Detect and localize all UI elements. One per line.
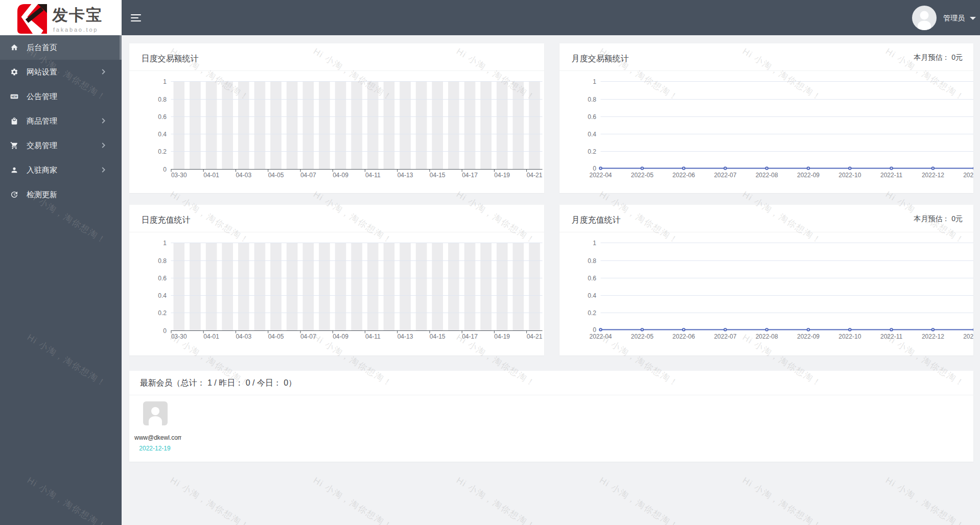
svg-text:0.2: 0.2 [588, 309, 596, 317]
svg-text:04-11: 04-11 [365, 333, 381, 340]
svg-text:04-03: 04-03 [236, 333, 251, 340]
svg-text:03-30: 03-30 [171, 333, 187, 340]
svg-text:04-09: 04-09 [333, 172, 348, 179]
svg-text:04-13: 04-13 [398, 172, 413, 179]
svg-text:0.2: 0.2 [588, 148, 596, 155]
svg-text:04-05: 04-05 [268, 172, 284, 179]
svg-text:2022-12: 2022-12 [922, 333, 944, 340]
svg-text:04-21: 04-21 [527, 172, 543, 179]
svg-text:0.6: 0.6 [158, 275, 167, 282]
svg-text:2022-11: 2022-11 [880, 172, 902, 179]
svg-text:04-19: 04-19 [494, 172, 510, 179]
svg-text:0.4: 0.4 [158, 131, 167, 138]
svg-text:0.4: 0.4 [158, 292, 167, 299]
svg-text:0: 0 [593, 165, 596, 172]
svg-text:2023-01: 2023-01 [963, 333, 973, 340]
svg-text:2022-06: 2022-06 [672, 172, 695, 179]
svg-text:04-11: 04-11 [365, 172, 381, 179]
svg-text:2022-08: 2022-08 [756, 333, 778, 340]
svg-text:0.8: 0.8 [588, 257, 596, 265]
svg-text:0: 0 [163, 327, 167, 335]
svg-text:04-21: 04-21 [527, 333, 543, 340]
svg-text:2022-04: 2022-04 [589, 172, 612, 179]
svg-text:04-17: 04-17 [462, 172, 478, 179]
svg-text:2022-07: 2022-07 [714, 333, 736, 340]
svg-text:04-13: 04-13 [398, 333, 413, 340]
svg-text:0: 0 [593, 326, 596, 333]
svg-text:0.6: 0.6 [158, 113, 167, 121]
svg-text:0.8: 0.8 [588, 96, 596, 103]
svg-text:2023-01: 2023-01 [963, 172, 973, 179]
svg-text:2022-07: 2022-07 [714, 172, 736, 179]
svg-text:2022-10: 2022-10 [838, 172, 861, 179]
svg-text:1: 1 [593, 240, 596, 247]
svg-text:03-30: 03-30 [171, 172, 187, 179]
svg-text:04-01: 04-01 [203, 333, 219, 340]
svg-text:04-07: 04-07 [300, 333, 316, 340]
svg-text:1: 1 [593, 78, 596, 85]
svg-text:2022-05: 2022-05 [631, 172, 654, 179]
svg-text:04-03: 04-03 [236, 172, 251, 179]
svg-text:04-15: 04-15 [430, 333, 446, 340]
svg-text:0.8: 0.8 [158, 257, 167, 265]
svg-text:04-07: 04-07 [300, 172, 316, 179]
svg-text:04-19: 04-19 [494, 333, 510, 340]
svg-text:04-09: 04-09 [333, 333, 348, 340]
svg-text:2022-05: 2022-05 [631, 333, 654, 340]
svg-text:2022-09: 2022-09 [797, 333, 820, 340]
svg-text:0: 0 [163, 166, 167, 173]
svg-text:04-17: 04-17 [462, 333, 478, 340]
svg-text:2022-04: 2022-04 [589, 333, 612, 340]
svg-text:2022-06: 2022-06 [672, 333, 695, 340]
svg-text:2022-12: 2022-12 [922, 172, 944, 179]
svg-text:04-01: 04-01 [203, 172, 219, 179]
svg-text:2022-11: 2022-11 [880, 333, 902, 340]
svg-text:1: 1 [163, 240, 167, 247]
svg-text:04-05: 04-05 [268, 333, 284, 340]
svg-text:0.2: 0.2 [158, 309, 167, 317]
svg-text:0.6: 0.6 [588, 113, 596, 121]
svg-text:0.4: 0.4 [588, 292, 596, 299]
svg-text:04-15: 04-15 [430, 172, 446, 179]
svg-text:NEW: NEW [11, 95, 17, 98]
svg-text:0.4: 0.4 [588, 131, 596, 138]
svg-text:1: 1 [163, 78, 167, 85]
svg-text:2022-08: 2022-08 [756, 172, 778, 179]
svg-text:2022-10: 2022-10 [838, 333, 861, 340]
svg-text:0.8: 0.8 [158, 96, 167, 103]
svg-text:0.6: 0.6 [588, 275, 596, 282]
svg-text:2022-09: 2022-09 [797, 172, 820, 179]
svg-text:0.2: 0.2 [158, 148, 167, 155]
